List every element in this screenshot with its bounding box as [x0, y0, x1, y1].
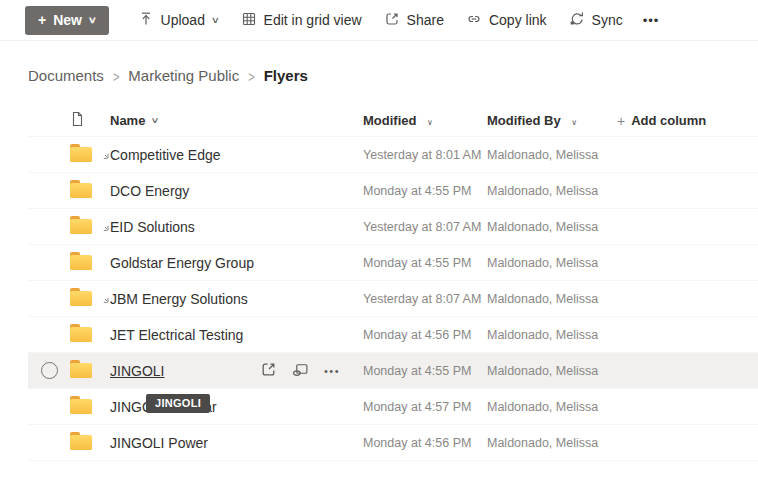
- document-list: Name ∨ Modified ∨ Modified By ∨ + Add co…: [0, 105, 758, 461]
- plus-icon: +: [617, 113, 625, 129]
- name-column-label: Name: [110, 113, 145, 128]
- more-actions-button[interactable]: •••: [634, 0, 669, 40]
- modified-value: Monday at 4:55 PM: [363, 364, 487, 378]
- folder-icon: [70, 363, 92, 378]
- row-copy-link-button[interactable]: [292, 361, 309, 381]
- command-bar: + New ∨ Upload ∨ Edit in grid view: [0, 0, 758, 41]
- document-icon: [70, 111, 85, 130]
- list-header: Name ∨ Modified ∨ Modified By ∨ + Add co…: [28, 105, 758, 137]
- modified-value: Yesterday at 8:07 AM: [363, 220, 487, 234]
- header-modified-column[interactable]: Modified ∨: [363, 113, 487, 128]
- modified-value: Monday at 4:56 PM: [363, 436, 487, 450]
- share-label: Share: [407, 12, 444, 28]
- modified-by-value: Maldonado, Melissa: [487, 184, 617, 198]
- new-button[interactable]: + New ∨: [25, 6, 109, 35]
- breadcrumb-marketing-public[interactable]: Marketing Public: [128, 67, 239, 84]
- ellipsis-icon: •••: [643, 13, 660, 28]
- ellipsis-icon: •••: [324, 365, 340, 377]
- table-row[interactable]: JINGOLI Power: [28, 425, 758, 461]
- folder-name-link[interactable]: Competitive Edge: [110, 147, 221, 163]
- folder-icon: [70, 147, 92, 162]
- breadcrumb-separator: >: [113, 67, 119, 84]
- grid-icon: [241, 11, 257, 30]
- folder-icon: [70, 183, 92, 198]
- share-button[interactable]: Share: [373, 0, 455, 40]
- table-row[interactable]: JINGOLI: [28, 353, 758, 389]
- folder-icon: [70, 219, 92, 234]
- table-row[interactable]: EID Solutions: [28, 209, 758, 245]
- modified-value: Yesterday at 8:07 AM: [363, 292, 487, 306]
- table-row[interactable]: JBM Energy Solutions: [28, 281, 758, 317]
- breadcrumb-flyers-current: Flyers: [264, 67, 308, 84]
- modified-by-value: Maldonado, Melissa: [487, 436, 617, 450]
- upload-icon: [138, 11, 154, 30]
- share-icon: [260, 361, 277, 381]
- chevron-down-icon: ∨: [211, 15, 220, 25]
- edit-grid-view-button[interactable]: Edit in grid view: [230, 0, 373, 40]
- folder-name-link[interactable]: Goldstar Energy Group: [110, 255, 254, 271]
- folder-name-link[interactable]: JINGOLI: [110, 363, 164, 379]
- modified-by-value: Maldonado, Melissa: [487, 292, 617, 306]
- upload-button[interactable]: Upload ∨: [127, 0, 230, 40]
- sync-button[interactable]: Sync: [558, 0, 634, 40]
- edit-grid-view-label: Edit in grid view: [264, 12, 362, 28]
- add-column-label: Add column: [631, 113, 706, 128]
- breadcrumb-separator: >: [248, 67, 254, 84]
- table-row[interactable]: Competitive Edge: [28, 137, 758, 173]
- table-row[interactable]: JET Electrical Testing: [28, 317, 758, 353]
- row-more-actions-button[interactable]: •••: [324, 365, 340, 377]
- folder-icon: [70, 291, 92, 306]
- table-row[interactable]: JINGOLI Nuclear: [28, 389, 758, 425]
- new-item-sparkle-icon: [103, 150, 113, 166]
- modified-value: Monday at 4:57 PM: [363, 400, 487, 414]
- link-icon: [466, 11, 482, 30]
- folder-name-link[interactable]: EID Solutions: [110, 219, 195, 235]
- modified-value: Monday at 4:55 PM: [363, 256, 487, 270]
- copy-link-label: Copy link: [489, 12, 547, 28]
- plus-icon: +: [38, 12, 46, 28]
- row-share-button[interactable]: [260, 361, 277, 381]
- sharepoint-library-view: + New ∨ Upload ∨ Edit in grid view: [0, 0, 758, 482]
- sync-icon: [569, 11, 585, 30]
- header-name-column[interactable]: Name ∨: [110, 113, 363, 128]
- add-column-button[interactable]: + Add column: [617, 113, 758, 129]
- modified-value: Monday at 4:56 PM: [363, 328, 487, 342]
- new-item-sparkle-icon: [103, 222, 113, 238]
- share-icon: [384, 11, 400, 30]
- table-row[interactable]: DCO Energy: [28, 173, 758, 209]
- table-row[interactable]: Goldstar Energy Group: [28, 245, 758, 281]
- modified-value: Yesterday at 8:01 AM: [363, 148, 487, 162]
- row-hover-actions: •••: [260, 361, 340, 381]
- breadcrumb: Documents > Marketing Public > Flyers: [0, 41, 758, 84]
- sync-label: Sync: [592, 12, 623, 28]
- copy-link-button[interactable]: Copy link: [455, 0, 558, 40]
- chevron-down-icon: ∨: [88, 15, 97, 25]
- folder-icon: [70, 327, 92, 342]
- modified-by-value: Maldonado, Melissa: [487, 220, 617, 234]
- copy-link-icon: [292, 361, 309, 381]
- upload-label: Upload: [161, 12, 205, 28]
- modified-by-value: Maldonado, Melissa: [487, 364, 617, 378]
- folder-name-link[interactable]: DCO Energy: [110, 183, 189, 199]
- modified-by-value: Maldonado, Melissa: [487, 328, 617, 342]
- folder-icon: [70, 255, 92, 270]
- folder-icon: [70, 435, 92, 450]
- rows: Competitive Edge: [28, 137, 758, 461]
- header-type-column[interactable]: [70, 111, 110, 130]
- folder-name-link[interactable]: JET Electrical Testing: [110, 327, 243, 343]
- header-modified-by-column[interactable]: Modified By ∨: [487, 113, 617, 128]
- breadcrumb-documents[interactable]: Documents: [28, 67, 104, 84]
- modified-by-value: Maldonado, Melissa: [487, 148, 617, 162]
- new-item-sparkle-icon: [103, 294, 113, 310]
- row-select-radio[interactable]: [41, 362, 58, 379]
- modified-by-value: Maldonado, Melissa: [487, 400, 617, 414]
- chevron-down-icon: ∨: [427, 118, 433, 127]
- chevron-down-icon: ∨: [571, 118, 577, 127]
- folder-name-link[interactable]: JINGOLI Power: [110, 435, 208, 451]
- folder-name-link[interactable]: JBM Energy Solutions: [110, 291, 248, 307]
- modified-by-value: Maldonado, Melissa: [487, 256, 617, 270]
- modified-value: Monday at 4:55 PM: [363, 184, 487, 198]
- modified-column-label: Modified: [363, 113, 416, 128]
- folder-icon: [70, 399, 92, 414]
- chevron-down-icon: ∨: [151, 116, 160, 125]
